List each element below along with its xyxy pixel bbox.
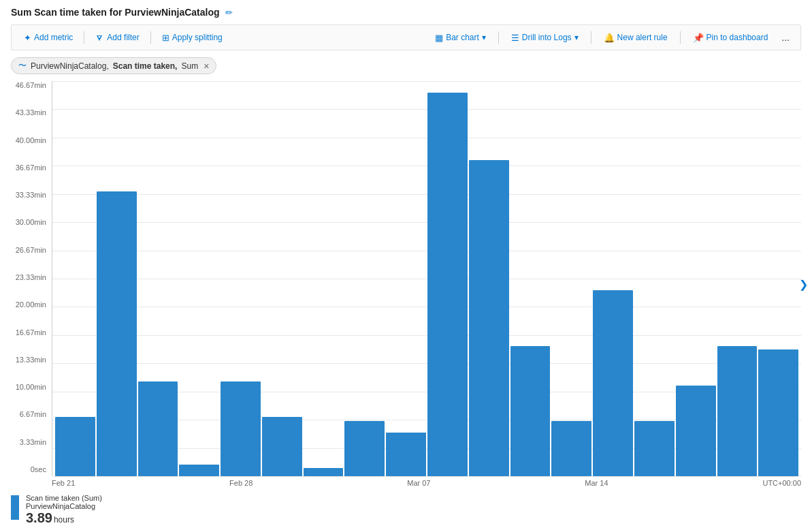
filter-icon: ⛛: [95, 33, 104, 43]
divider: [84, 31, 84, 44]
apply-splitting-button[interactable]: ⊞ Apply splitting: [157, 30, 228, 46]
next-page-button[interactable]: ❯: [799, 278, 808, 291]
pin-dashboard-button[interactable]: 📌 Pin to dashboard: [687, 30, 774, 46]
filter-tag: 〜 PurviewNinjaCatalog, Scan time taken, …: [11, 57, 216, 74]
chart-area: 46.67min43.33min40.00min36.67min33.33min…: [11, 81, 801, 530]
chart-main: Feb 21Feb 28Mar 07Mar 14UTC+00:00: [52, 81, 801, 487]
y-axis-label: 0sec: [11, 465, 52, 473]
bar-3[interactable]: [138, 381, 178, 476]
toolbar-left: ✦ Add metric ⛛ Add filter ⊞ Apply splitt…: [18, 30, 228, 46]
pin-icon: 📌: [693, 33, 704, 43]
chart-plot: [52, 81, 801, 476]
bar-8[interactable]: [344, 421, 385, 476]
filter-suffix: Sum: [181, 61, 198, 71]
legend-line2: PurviewNinjaCatalog: [26, 502, 102, 510]
y-axis-label: 3.33min: [11, 438, 52, 446]
y-axis-label: 6.67min: [11, 410, 52, 418]
bar-11[interactable]: [469, 160, 509, 476]
more-options-button[interactable]: ...: [777, 29, 794, 46]
y-axis-label: 20.00min: [11, 300, 52, 309]
chevron-down-icon2: ▾: [574, 33, 579, 42]
y-axis-label: 46.67min: [11, 81, 52, 89]
legend-value: 3.89 hours: [26, 510, 102, 526]
toolbar: ✦ Add metric ⛛ Add filter ⊞ Apply splitt…: [11, 25, 801, 50]
bar-16[interactable]: [676, 386, 716, 476]
bar-chart-icon: ▦: [435, 33, 443, 43]
split-icon: ⊞: [162, 33, 169, 43]
filter-prefix: PurviewNinjaCatalog,: [31, 61, 109, 71]
add-filter-button[interactable]: ⛛ Add filter: [90, 30, 144, 46]
bar-2[interactable]: [97, 191, 137, 476]
bar-15[interactable]: [634, 421, 675, 476]
drill-logs-button[interactable]: ☰ Drill into Logs ▾: [506, 30, 584, 46]
legend-area: Scan time taken (Sum) PurviewNinjaCatalo…: [11, 487, 801, 530]
bar-5[interactable]: [221, 381, 261, 476]
y-axis-label: 13.33min: [11, 356, 52, 364]
metric-icon: 〜: [18, 60, 27, 72]
bar-1[interactable]: [55, 417, 95, 476]
legend-unit: hours: [54, 515, 74, 525]
y-axis-label: 10.00min: [11, 383, 52, 391]
x-axis-label: Mar 14: [585, 479, 608, 487]
y-axis: 46.67min43.33min40.00min36.67min33.33min…: [11, 81, 52, 487]
plus-icon: ✦: [24, 33, 31, 43]
bar-10[interactable]: [427, 93, 468, 476]
chevron-down-icon: ▾: [482, 33, 486, 42]
grid-line: [52, 476, 801, 477]
y-axis-label: 33.33min: [11, 191, 52, 199]
legend-line1: Scan time taken (Sum): [26, 494, 102, 502]
y-axis-label: 36.67min: [11, 163, 52, 172]
bar-6[interactable]: [262, 417, 302, 476]
divider2: [150, 31, 151, 44]
y-axis-label: 26.67min: [11, 246, 52, 254]
bar-4[interactable]: [179, 465, 219, 476]
toolbar-right: ▦ Bar chart ▾ ☰ Drill into Logs ▾ 🔔 New …: [429, 29, 794, 46]
y-axis-label: 40.00min: [11, 136, 52, 144]
new-alert-rule-button[interactable]: 🔔 New alert rule: [598, 30, 673, 46]
divider5: [680, 31, 681, 44]
x-axis: Feb 21Feb 28Mar 07Mar 14UTC+00:00: [52, 476, 801, 487]
x-axis-label: Feb 28: [229, 479, 253, 487]
y-axis-label: 30.00min: [11, 218, 52, 226]
chart-grid-area: 46.67min43.33min40.00min36.67min33.33min…: [11, 81, 801, 487]
edit-icon[interactable]: ✏: [225, 7, 233, 18]
alert-icon: 🔔: [604, 33, 615, 43]
filter-bold: Scan time taken,: [113, 61, 178, 71]
divider4: [591, 31, 591, 44]
bar-12[interactable]: [510, 346, 551, 476]
bar-9[interactable]: [386, 433, 426, 476]
bars-container: [52, 81, 801, 476]
y-axis-label: 23.33min: [11, 273, 52, 281]
y-axis-label: 16.67min: [11, 328, 52, 337]
logs-icon: ☰: [511, 33, 519, 43]
bar-18[interactable]: [758, 349, 798, 476]
bar-14[interactable]: [593, 290, 633, 476]
x-axis-label: Mar 07: [407, 479, 430, 487]
bar-13[interactable]: [551, 421, 591, 476]
x-axis-label: Feb 21: [52, 479, 75, 487]
legend-color-indicator: [11, 495, 19, 520]
filter-remove-button[interactable]: ×: [204, 61, 209, 71]
bar-chart-button[interactable]: ▦ Bar chart ▾: [429, 30, 491, 46]
timezone-label: UTC+00:00: [762, 479, 801, 487]
y-axis-label: 43.33min: [11, 108, 52, 116]
legend-text: Scan time taken (Sum) PurviewNinjaCatalo…: [26, 494, 102, 526]
page-title: Sum Scan time taken for PurviewNinjaCata…: [11, 7, 220, 18]
bar-7[interactable]: [304, 468, 344, 476]
bar-17[interactable]: [717, 346, 758, 476]
divider3: [498, 31, 499, 44]
add-metric-button[interactable]: ✦ Add metric: [18, 30, 78, 46]
